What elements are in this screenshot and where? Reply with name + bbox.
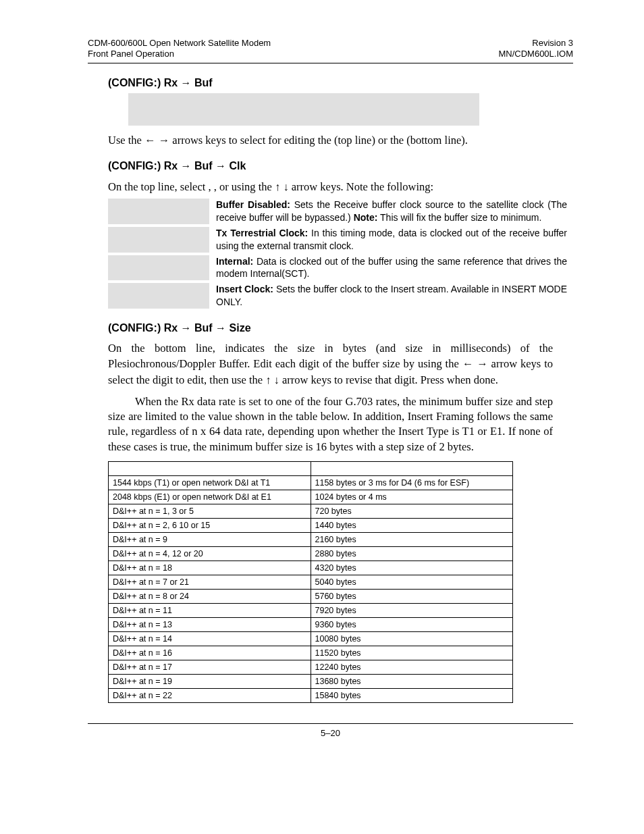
heading-text: Buf xyxy=(192,322,216,334)
text-run: , xyxy=(208,180,213,193)
table-row: D&I++ at n = 92160 bytes xyxy=(109,533,513,547)
text-run: using the xyxy=(232,180,275,193)
arrow-right-icon: → xyxy=(181,77,192,88)
arrow-up-icon: ↑ xyxy=(275,180,280,192)
arrow-left-icon: ← xyxy=(144,134,156,146)
table-row: D&I++ at n = 1410080 bytes xyxy=(109,632,513,646)
arrow-right-icon: → xyxy=(159,134,170,146)
text-run: When the Rx data rate is set to one of t… xyxy=(108,395,553,453)
table-cell: D&I++ at n = 11 xyxy=(109,604,311,618)
table-row: D&I++ at n = 139360 bytes xyxy=(109,618,513,632)
paragraph-note: When the Rx data rate is set to one of t… xyxy=(108,394,553,454)
table-row: D&I++ at n = 117920 bytes xyxy=(109,604,513,618)
table-cell: 12240 bytes xyxy=(311,660,513,675)
option-label xyxy=(108,255,209,281)
table-cell: 10080 bytes xyxy=(311,632,513,646)
option-bold: Tx Terrestrial Clock: xyxy=(216,228,308,238)
paragraph-clk-intro: On the top line, select , , or using the… xyxy=(108,179,553,194)
heading-text: Size xyxy=(226,322,250,334)
page-footer: 5–20 xyxy=(88,728,573,738)
table-cell: 7920 bytes xyxy=(311,604,513,618)
heading-text: Buf xyxy=(192,160,216,172)
option-bold: Note: xyxy=(354,212,378,223)
text-run: This will fix the buffer size to minimum… xyxy=(377,212,541,223)
table-row: D&I++ at n = 184320 bytes xyxy=(109,561,513,575)
arrow-down-icon: ↓ xyxy=(283,180,288,192)
table-row: 1544 kbps (T1) or open network D&I at T1… xyxy=(109,476,513,490)
header-right: Revision 3 MN/CDM600L.IOM xyxy=(498,38,573,60)
table-row: D&I++ at n = 4, 12 or 202880 bytes xyxy=(109,547,513,561)
option-text: Internal: Data is clocked out of the buf… xyxy=(216,255,567,281)
text-run: Use the xyxy=(108,134,144,147)
table-cell: D&I++ at n = 16 xyxy=(109,646,311,660)
heading-text: Clk xyxy=(226,160,246,172)
table-cell: 1158 bytes or 3 ms for D4 (6 ms for ESF) xyxy=(311,476,513,490)
header-left-line1: CDM-600/600L Open Network Satellite Mode… xyxy=(88,38,271,49)
table-cell: 13680 bytes xyxy=(311,675,513,689)
text-run: On the bottom line, xyxy=(108,342,225,355)
option-label xyxy=(108,199,209,224)
option-bold: Insert Clock: xyxy=(216,284,273,294)
table-cell: 720 bytes xyxy=(311,504,513,519)
text-run: (top line) or the xyxy=(334,134,406,147)
option-label xyxy=(108,283,209,309)
header-rule xyxy=(88,63,573,63)
text-run: (bottom line). xyxy=(406,134,468,147)
text-run: when done. xyxy=(447,373,498,386)
option-text: Tx Terrestrial Clock: In this timing mod… xyxy=(216,227,567,253)
table-cell: D&I++ at n = 4, 12 or 20 xyxy=(109,547,311,561)
option-row: Internal: Data is clocked out of the buf… xyxy=(108,254,567,282)
table-cell: 5760 bytes xyxy=(311,590,513,604)
table-cell: 2048 kbps (E1) or open network D&I at E1 xyxy=(109,490,311,504)
table-cell: 2160 bytes xyxy=(311,533,513,547)
arrow-right-icon: → xyxy=(477,357,488,369)
text-run: arrows keys to select for editing the xyxy=(169,134,334,147)
table-cell: D&I++ at n = 18 xyxy=(109,561,311,575)
paragraph-buf-intro: Use the ← → arrows keys to select for ed… xyxy=(108,132,553,148)
option-bold: Buffer Disabled: xyxy=(216,199,290,210)
table-row: D&I++ at n = 2, 6 10 or 151440 bytes xyxy=(109,519,513,533)
table-cell: D&I++ at n = 14 xyxy=(109,632,311,646)
table-cell: 9360 bytes xyxy=(311,618,513,632)
arrow-up-icon: ↑ xyxy=(265,373,271,386)
page-header: CDM-600/600L Open Network Satellite Mode… xyxy=(88,38,573,60)
arrow-right-icon: → xyxy=(181,160,192,172)
lcd-display-box xyxy=(128,93,479,126)
text-run: or xyxy=(219,180,232,193)
table-cell: 5040 bytes xyxy=(311,575,513,590)
option-bold: Internal: xyxy=(216,256,253,267)
table-cell: 1544 kbps (T1) or open network D&I at T1 xyxy=(109,476,311,490)
table-row: D&I++ at n = 1, 3 or 5720 bytes xyxy=(109,504,513,519)
arrow-right-icon: → xyxy=(215,160,226,172)
arrow-right-icon: → xyxy=(181,322,192,334)
text-run: On the top line, select xyxy=(108,180,208,193)
section-heading-clk: (CONFIG:) Rx → Buf → Clk xyxy=(108,160,573,172)
heading-text: (CONFIG:) Rx xyxy=(108,322,181,334)
table-row: D&I++ at n = 7 or 215040 bytes xyxy=(109,575,513,590)
option-row: Buffer Disabled: Sets the Receive buffer… xyxy=(108,197,567,226)
table-header-blank1 xyxy=(109,462,311,476)
table-cell: D&I++ at n = 2, 6 10 or 15 xyxy=(109,519,311,533)
table-header-blank2 xyxy=(311,462,513,476)
section-heading-buf: (CONFIG:) Rx → Buf xyxy=(108,77,573,89)
option-row: Tx Terrestrial Clock: In this timing mod… xyxy=(108,226,567,254)
table-cell: 1024 bytes or 4 ms xyxy=(311,490,513,504)
table-cell: D&I++ at n = 7 or 21 xyxy=(109,575,311,590)
heading-text: Buf xyxy=(192,77,213,88)
heading-text: (CONFIG:) Rx xyxy=(108,160,181,172)
table-row: D&I++ at n = 2215840 bytes xyxy=(109,689,513,703)
table-cell: 4320 bytes xyxy=(311,561,513,575)
option-row: Insert Clock: Sets the buffer clock to t… xyxy=(108,282,567,310)
header-right-line1: Revision 3 xyxy=(498,38,573,49)
table-cell: D&I++ at n = 8 or 24 xyxy=(109,590,311,604)
option-text: Buffer Disabled: Sets the Receive buffer… xyxy=(216,199,567,224)
table-row: D&I++ at n = 1913680 bytes xyxy=(109,675,513,689)
arrow-right-icon: → xyxy=(215,322,226,334)
paragraph-size-intro: On the bottom line, indicates the size i… xyxy=(108,341,553,388)
table-cell: 11520 bytes xyxy=(311,646,513,660)
text-run: Data is clocked out of the buffer using … xyxy=(216,256,567,280)
text-run: arrow keys to revise that digit. Press xyxy=(279,373,447,386)
table-cell: D&I++ at n = 13 xyxy=(109,618,311,632)
buffer-size-table: 1544 kbps (T1) or open network D&I at T1… xyxy=(108,461,513,703)
table-cell: D&I++ at n = 9 xyxy=(109,533,311,547)
